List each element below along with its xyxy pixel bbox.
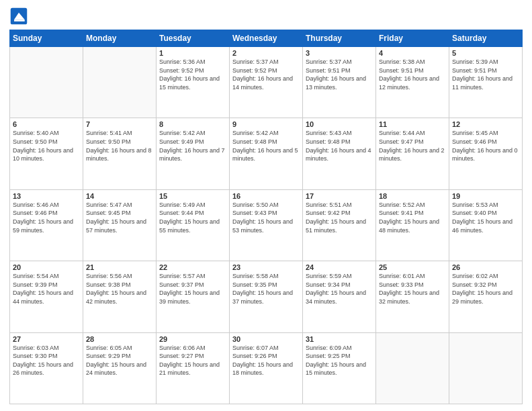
calendar-cell: 7Sunrise: 5:41 AM Sunset: 9:50 PM Daylig… [83, 118, 157, 189]
day-info: Sunrise: 5:47 AM Sunset: 9:45 PM Dayligh… [86, 201, 153, 234]
calendar-cell: 5Sunrise: 5:39 AM Sunset: 9:51 PM Daylig… [449, 47, 523, 118]
calendar-week-row: 20Sunrise: 5:54 AM Sunset: 9:39 PM Dayli… [10, 261, 523, 332]
calendar-cell: 10Sunrise: 5:43 AM Sunset: 9:48 PM Dayli… [303, 118, 376, 189]
day-info: Sunrise: 5:51 AM Sunset: 9:42 PM Dayligh… [306, 201, 373, 234]
day-info: Sunrise: 6:09 AM Sunset: 9:25 PM Dayligh… [306, 344, 373, 377]
day-info: Sunrise: 5:53 AM Sunset: 9:40 PM Dayligh… [452, 201, 519, 234]
day-info: Sunrise: 5:59 AM Sunset: 9:34 PM Dayligh… [306, 272, 373, 306]
day-info: Sunrise: 5:54 AM Sunset: 9:39 PM Dayligh… [13, 272, 80, 306]
day-info: Sunrise: 5:58 AM Sunset: 9:35 PM Dayligh… [232, 272, 300, 306]
calendar-week-row: 6Sunrise: 5:40 AM Sunset: 9:50 PM Daylig… [10, 118, 523, 189]
day-number: 15 [159, 192, 226, 200]
day-info: Sunrise: 5:42 AM Sunset: 9:48 PM Dayligh… [232, 129, 300, 163]
calendar-cell: 25Sunrise: 6:01 AM Sunset: 9:33 PM Dayli… [376, 261, 449, 332]
day-info: Sunrise: 5:41 AM Sunset: 9:50 PM Dayligh… [86, 129, 153, 163]
calendar-header-row: SundayMondayTuesdayWednesdayThursdayFrid… [10, 30, 523, 47]
calendar-cell: 9Sunrise: 5:42 AM Sunset: 9:48 PM Daylig… [230, 118, 303, 189]
day-number: 2 [232, 49, 300, 57]
day-info: Sunrise: 5:45 AM Sunset: 9:46 PM Dayligh… [452, 129, 519, 163]
calendar-cell: 18Sunrise: 5:52 AM Sunset: 9:41 PM Dayli… [376, 189, 449, 261]
calendar-cell [449, 332, 523, 404]
day-info: Sunrise: 5:36 AM Sunset: 9:52 PM Dayligh… [159, 58, 226, 91]
day-number: 26 [452, 263, 519, 271]
day-number: 23 [232, 263, 300, 271]
calendar-cell: 30Sunrise: 6:07 AM Sunset: 9:26 PM Dayli… [230, 332, 303, 404]
calendar-cell: 23Sunrise: 5:58 AM Sunset: 9:35 PM Dayli… [230, 261, 303, 332]
day-info: Sunrise: 6:01 AM Sunset: 9:33 PM Dayligh… [379, 272, 446, 306]
calendar-cell: 1Sunrise: 5:36 AM Sunset: 9:52 PM Daylig… [157, 47, 230, 118]
calendar-week-row: 1Sunrise: 5:36 AM Sunset: 9:52 PM Daylig… [10, 47, 523, 118]
day-info: Sunrise: 5:37 AM Sunset: 9:51 PM Dayligh… [306, 58, 373, 91]
day-number: 14 [86, 192, 153, 200]
calendar-cell: 22Sunrise: 5:57 AM Sunset: 9:37 PM Dayli… [157, 261, 230, 332]
day-number: 25 [379, 263, 446, 271]
day-number: 18 [379, 192, 446, 200]
calendar-table: SundayMondayTuesdayWednesdayThursdayFrid… [9, 30, 523, 404]
day-number: 4 [379, 49, 446, 57]
day-info: Sunrise: 5:57 AM Sunset: 9:37 PM Dayligh… [159, 272, 226, 306]
day-info: Sunrise: 6:06 AM Sunset: 9:27 PM Dayligh… [159, 344, 226, 377]
calendar-cell: 2Sunrise: 5:37 AM Sunset: 9:52 PM Daylig… [230, 47, 303, 118]
weekday-header: Monday [83, 30, 157, 47]
calendar-cell: 17Sunrise: 5:51 AM Sunset: 9:42 PM Dayli… [303, 189, 376, 261]
day-number: 7 [86, 120, 153, 128]
day-info: Sunrise: 5:43 AM Sunset: 9:48 PM Dayligh… [306, 129, 373, 163]
day-info: Sunrise: 5:37 AM Sunset: 9:52 PM Dayligh… [232, 58, 300, 91]
calendar-cell: 6Sunrise: 5:40 AM Sunset: 9:50 PM Daylig… [10, 118, 83, 189]
day-number: 27 [13, 335, 80, 343]
day-info: Sunrise: 5:38 AM Sunset: 9:51 PM Dayligh… [379, 58, 446, 91]
weekday-header: Thursday [303, 30, 376, 47]
day-info: Sunrise: 5:42 AM Sunset: 9:49 PM Dayligh… [159, 129, 226, 163]
calendar-cell: 20Sunrise: 5:54 AM Sunset: 9:39 PM Dayli… [10, 261, 83, 332]
calendar-cell: 13Sunrise: 5:46 AM Sunset: 9:46 PM Dayli… [10, 189, 83, 261]
day-number: 13 [13, 192, 80, 200]
header [9, 7, 523, 26]
day-info: Sunrise: 5:50 AM Sunset: 9:43 PM Dayligh… [232, 201, 300, 234]
page: SundayMondayTuesdayWednesdayThursdayFrid… [0, 0, 532, 411]
day-number: 9 [232, 120, 300, 128]
day-info: Sunrise: 5:56 AM Sunset: 9:38 PM Dayligh… [86, 272, 153, 306]
calendar-cell: 28Sunrise: 6:05 AM Sunset: 9:29 PM Dayli… [83, 332, 157, 404]
weekday-header: Tuesday [157, 30, 230, 47]
calendar-cell: 4Sunrise: 5:38 AM Sunset: 9:51 PM Daylig… [376, 47, 449, 118]
calendar-cell: 14Sunrise: 5:47 AM Sunset: 9:45 PM Dayli… [83, 189, 157, 261]
day-info: Sunrise: 5:49 AM Sunset: 9:44 PM Dayligh… [159, 201, 226, 234]
day-info: Sunrise: 5:39 AM Sunset: 9:51 PM Dayligh… [452, 58, 519, 91]
calendar-cell [83, 47, 157, 118]
calendar-cell [376, 332, 449, 404]
day-number: 6 [13, 120, 80, 128]
day-number: 16 [232, 192, 300, 200]
svg-rect-2 [14, 19, 25, 21]
day-number: 5 [452, 49, 519, 57]
calendar-cell: 31Sunrise: 6:09 AM Sunset: 9:25 PM Dayli… [303, 332, 376, 404]
day-number: 20 [13, 263, 80, 271]
weekday-header: Wednesday [230, 30, 303, 47]
day-number: 1 [159, 49, 226, 57]
day-number: 22 [159, 263, 226, 271]
day-number: 11 [379, 120, 446, 128]
calendar-cell: 3Sunrise: 5:37 AM Sunset: 9:51 PM Daylig… [303, 47, 376, 118]
logo-icon [9, 7, 28, 26]
day-number: 29 [159, 335, 226, 343]
calendar-cell: 19Sunrise: 5:53 AM Sunset: 9:40 PM Dayli… [449, 189, 523, 261]
day-number: 31 [306, 335, 373, 343]
calendar-cell: 27Sunrise: 6:03 AM Sunset: 9:30 PM Dayli… [10, 332, 83, 404]
calendar-week-row: 13Sunrise: 5:46 AM Sunset: 9:46 PM Dayli… [10, 189, 523, 261]
weekday-header: Saturday [449, 30, 523, 47]
day-info: Sunrise: 5:52 AM Sunset: 9:41 PM Dayligh… [379, 201, 446, 234]
calendar-cell: 24Sunrise: 5:59 AM Sunset: 9:34 PM Dayli… [303, 261, 376, 332]
day-info: Sunrise: 6:03 AM Sunset: 9:30 PM Dayligh… [13, 344, 80, 377]
calendar-cell: 16Sunrise: 5:50 AM Sunset: 9:43 PM Dayli… [230, 189, 303, 261]
day-number: 19 [452, 192, 519, 200]
day-number: 12 [452, 120, 519, 128]
calendar-cell: 29Sunrise: 6:06 AM Sunset: 9:27 PM Dayli… [157, 332, 230, 404]
calendar-cell: 26Sunrise: 6:02 AM Sunset: 9:32 PM Dayli… [449, 261, 523, 332]
day-info: Sunrise: 5:40 AM Sunset: 9:50 PM Dayligh… [13, 129, 80, 163]
calendar-cell: 8Sunrise: 5:42 AM Sunset: 9:49 PM Daylig… [157, 118, 230, 189]
calendar-cell: 11Sunrise: 5:44 AM Sunset: 9:47 PM Dayli… [376, 118, 449, 189]
day-info: Sunrise: 6:07 AM Sunset: 9:26 PM Dayligh… [232, 344, 300, 377]
calendar-week-row: 27Sunrise: 6:03 AM Sunset: 9:30 PM Dayli… [10, 332, 523, 404]
day-number: 10 [306, 120, 373, 128]
weekday-header: Sunday [10, 30, 83, 47]
day-number: 30 [232, 335, 300, 343]
